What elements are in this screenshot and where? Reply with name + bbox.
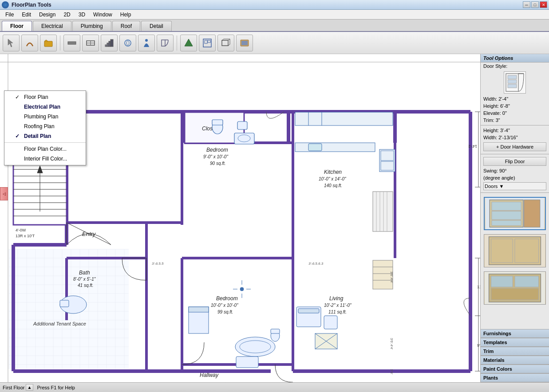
svg-point-10 [126,41,129,45]
folder-tool[interactable] [40,35,57,51]
render-tool[interactable] [236,35,253,51]
swing-label-option: (degree angle) [481,174,549,181]
wall-tool[interactable] [63,35,80,51]
svg-rect-16 [205,40,207,43]
paint-colors-section[interactable]: Paint Colors [481,365,549,373]
fixture-tool[interactable] [119,35,136,51]
svg-rect-22 [241,41,248,45]
svg-rect-142 [271,329,280,333]
menu-2d[interactable]: 2D [60,11,74,19]
window-tool[interactable] [82,35,99,51]
arc-tool[interactable] [21,35,38,51]
svg-text:Living: Living [329,295,344,302]
green-tool[interactable] [180,35,197,51]
menu-item-floor-plan[interactable]: ✓ Floor Plan [4,92,86,102]
floor-selector[interactable]: First Floor ▲ [3,384,33,391]
menu-help[interactable]: Help [117,11,135,19]
tab-electrical[interactable]: Electrical [33,21,71,31]
door-hardware-button[interactable]: + Door Hardware [483,142,546,151]
tab-plumbing[interactable]: Plumbing [72,21,111,31]
svg-text:9'-2: 9'-2 [477,343,480,348]
svg-rect-8 [111,39,113,47]
menu-3d[interactable]: 3D [75,11,89,19]
tab-floor[interactable]: Floor [2,21,32,31]
menu-edit[interactable]: Edit [18,11,35,19]
plants-section[interactable]: Plants [481,373,549,382]
3d-view-tool[interactable] [217,35,234,51]
svg-rect-148 [298,309,319,313]
height-option: Height: 6'-8" [481,102,549,110]
scroll-handle[interactable]: ◁ [0,187,8,200]
svg-rect-128 [60,300,69,307]
dropdown-separator [4,142,86,143]
menu-item-detail-plan[interactable]: ✓ Detail Plan [4,131,86,141]
person-tool[interactable] [138,35,155,51]
svg-rect-17 [208,40,210,43]
menu-item-electrical-plan[interactable]: Electrical Plan [4,102,86,112]
maximize-button[interactable]: □ [531,1,539,8]
trim-option: Trim: 3" [481,117,549,124]
panel-divider-1 [481,125,549,125]
svg-text:111 sq.ft.: 111 sq.ft. [328,310,347,314]
tab-roof[interactable]: Roof [112,21,140,31]
svg-rect-6 [107,43,109,47]
floor-up-button[interactable]: ▲ [26,384,34,391]
svg-rect-99 [212,120,223,125]
dropdown-menu: ✓ Floor Plan Electrical Plan Plumbing Pl… [4,90,86,165]
door-tool[interactable] [157,35,174,51]
trim-section[interactable]: Trim [481,347,549,356]
menu-item-plumbing-plan[interactable]: Plumbing Plan [4,112,86,122]
menu-item-interior-fill-color[interactable]: Interior Fill Color... [4,154,86,164]
svg-rect-133 [189,307,209,312]
svg-rect-202 [524,200,540,227]
door-thumbnail-2[interactable] [484,234,546,267]
width2-option: Width: 2'-13/16" [481,134,549,141]
tab-detail[interactable]: Detail [141,21,172,31]
door-thumbnail-1[interactable] [484,197,546,230]
svg-text:90 sq.ft.: 90 sq.ft. [210,161,226,166]
svg-rect-210 [515,276,539,287]
menu-design[interactable]: Design [36,11,59,19]
door-thumbnail-3[interactable] [484,271,546,305]
menu-item-floor-plan-color[interactable]: Floor Plan Color... [4,144,86,154]
svg-text:10'-2" x 11'-0": 10'-2" x 11'-0" [324,303,352,308]
arrow-tool[interactable] [3,35,20,51]
svg-text:9'-0" x 10'-0": 9'-0" x 10'-0" [203,154,228,159]
materials-section[interactable]: Materials [481,356,549,365]
stairs-tool[interactable] [101,35,118,51]
svg-rect-200 [492,211,521,220]
svg-text:3'-6.5.5: 3'-6.5.5 [152,262,164,266]
floorplan-view-tool[interactable] [199,35,216,51]
svg-rect-18 [222,40,228,46]
svg-text:Hallway: Hallway [200,372,219,378]
toolbar [0,32,549,54]
title-bar: FloorPlan Tools ─ □ ✕ [0,0,549,10]
swing-option: Swing: 90° [481,167,549,174]
minimize-button[interactable]: ─ [523,1,530,8]
main-area: ✓ Floor Plan Electrical Plan Plumbing Pl… [0,54,549,382]
menu-item-roofing-plan[interactable]: Roofing Plan [4,122,86,131]
menu-window[interactable]: Window [90,11,116,19]
close-button[interactable]: ✕ [540,1,547,8]
app-icon [2,1,9,8]
doors-dropdown[interactable]: Doors ▼ [483,182,546,190]
help-hint: Press F1 for Help [37,385,75,390]
svg-rect-112 [295,143,375,152]
flip-door-button[interactable]: Flip Door [483,157,546,166]
svg-text:13R x 10'T: 13R x 10'T [16,234,35,238]
svg-point-139 [235,337,275,357]
svg-rect-201 [492,220,521,225]
svg-text:14'-2: 14'-2 [468,144,477,149]
templates-section[interactable]: Templates [481,338,549,347]
panel-divider-2 [481,154,549,154]
furnishings-section[interactable]: Furnishings [481,329,549,338]
svg-text:10'-0" x 14'-0": 10'-0" x 14'-0" [319,176,346,181]
svg-text:41 sq.ft.: 41 sq.ft. [78,283,94,288]
tab-bar: Floor Electrical Plumbing Roof Detail [0,20,549,32]
svg-rect-113 [308,144,322,151]
canvas-area[interactable]: ✓ Floor Plan Electrical Plan Plumbing Pl… [0,54,480,382]
menu-file[interactable]: File [2,11,17,19]
svg-rect-143 [236,357,258,368]
svg-text:3'-6.5.6.3: 3'-6.5.6.3 [308,262,324,266]
tool-options-header: Tool Options [481,54,549,63]
